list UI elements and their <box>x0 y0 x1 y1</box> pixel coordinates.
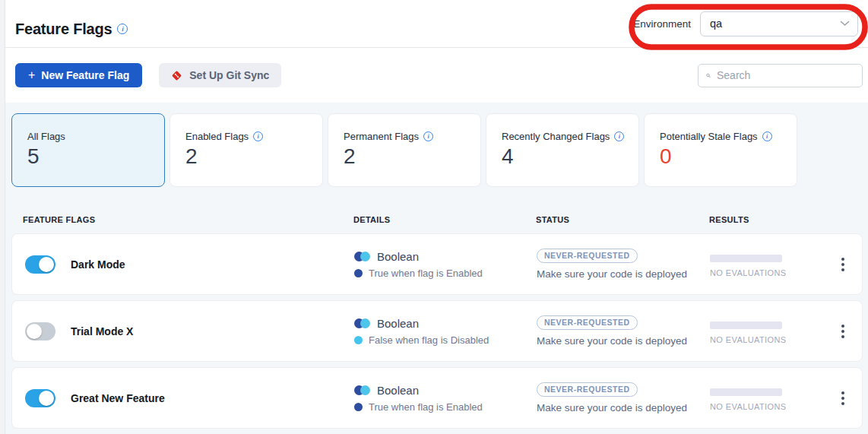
column-header-details: DETAILS <box>353 215 536 224</box>
table-header: FEATURE FLAGS DETAILS STATUS RESULTS <box>11 206 863 233</box>
flag-name[interactable]: Trial Mode X <box>71 325 133 337</box>
flag-name[interactable]: Dark Mode <box>71 258 125 271</box>
environment-dropdown[interactable]: qa <box>700 11 858 36</box>
boolean-type-icon <box>354 385 370 395</box>
feature-flags-page: Feature Flags Environment qa + New Featu… <box>0 0 868 434</box>
chevron-down-icon <box>840 21 850 27</box>
status-badge: NEVER-REQUESTED <box>537 315 638 330</box>
status-badge: NEVER-REQUESTED <box>537 249 638 263</box>
git-icon <box>171 70 182 81</box>
evaluations-label: NO EVALUATIONS <box>710 402 824 411</box>
stat-card-enabled-flags[interactable]: Enabled Flags 2 <box>169 113 323 187</box>
table-row: Trial Mode X Boolean False when flag is … <box>11 300 863 362</box>
evaluations-bar <box>710 388 782 396</box>
row-menu-kebab-icon[interactable] <box>837 320 849 343</box>
info-icon[interactable] <box>423 131 433 141</box>
flag-default-description: True when flag is Enabled <box>369 401 483 413</box>
value-dot-icon <box>354 403 363 411</box>
column-header-feature-flags: FEATURE FLAGS <box>11 215 353 224</box>
stat-label: All Flags <box>27 131 65 142</box>
stat-card-permanent-flags[interactable]: Permanent Flags 2 <box>328 113 481 187</box>
stat-value: 5 <box>27 144 164 169</box>
evaluations-label: NO EVALUATIONS <box>710 335 824 344</box>
column-header-status: STATUS <box>536 215 709 224</box>
stat-card-potentially-stale-flags[interactable]: Potentially Stale Flags 0 <box>644 113 797 187</box>
status-hint: Make sure your code is deployed <box>537 268 687 280</box>
info-icon[interactable] <box>762 131 772 141</box>
flag-toggle[interactable] <box>25 255 55 274</box>
stat-card-recently-changed-flags[interactable]: Recently Changed Flags 4 <box>486 113 639 187</box>
info-icon[interactable] <box>614 131 624 141</box>
status-hint: Make sure your code is deployed <box>537 335 687 347</box>
flag-toggle[interactable] <box>25 389 55 407</box>
boolean-type-icon <box>354 318 370 328</box>
stat-label: Enabled Flags <box>185 131 249 142</box>
new-feature-flag-button[interactable]: + New Feature Flag <box>15 63 142 87</box>
stat-label: Potentially Stale Flags <box>660 131 758 142</box>
stat-value: 4 <box>502 144 638 169</box>
row-menu-kebab-icon[interactable] <box>837 387 849 410</box>
environment-value: qa <box>710 17 722 30</box>
stat-label: Permanent Flags <box>344 131 419 142</box>
evaluations-bar <box>710 255 782 262</box>
plus-icon: + <box>28 69 35 81</box>
table-row: Dark Mode Boolean True when flag is Enab… <box>11 233 863 295</box>
value-dot-icon <box>354 336 363 344</box>
toolbar: + New Feature Flag Set Up Git Sync <box>5 48 868 103</box>
search-icon <box>706 70 711 81</box>
evaluations-bar <box>710 322 782 329</box>
info-icon[interactable] <box>117 24 128 34</box>
status-hint: Make sure your code is deployed <box>537 402 687 413</box>
environment-selector: Environment qa <box>633 11 861 36</box>
stat-card-all-flags[interactable]: All Flags 5 <box>11 113 165 187</box>
page-header: Feature Flags Environment qa <box>5 0 868 48</box>
flag-type: Boolean <box>377 250 419 263</box>
value-dot-icon <box>354 269 363 277</box>
flag-type: Boolean <box>377 317 419 330</box>
flag-default-description: False when flag is Disabled <box>369 334 489 346</box>
info-icon[interactable] <box>253 131 263 141</box>
flag-type: Boolean <box>377 384 419 397</box>
boolean-type-icon <box>354 252 370 261</box>
flag-toggle[interactable] <box>25 322 55 341</box>
search-box[interactable] <box>698 64 863 87</box>
main-content: Feature Flags Environment qa + New Featu… <box>5 0 868 434</box>
page-body: All Flags 5 Enabled Flags 2 Permanent Fl… <box>5 103 868 434</box>
collapsed-sidebar-edge <box>0 0 5 434</box>
evaluations-label: NO EVALUATIONS <box>710 268 824 277</box>
stat-value: 2 <box>185 144 322 169</box>
status-badge: NEVER-REQUESTED <box>537 382 638 397</box>
stat-value: 0 <box>660 144 797 169</box>
flag-name[interactable]: Great New Feature <box>71 392 165 404</box>
page-title: Feature Flags <box>15 21 112 38</box>
column-header-results: RESULTS <box>709 215 823 224</box>
stat-value: 2 <box>344 144 480 169</box>
set-up-git-sync-button[interactable]: Set Up Git Sync <box>159 63 281 87</box>
search-input[interactable] <box>717 69 854 81</box>
environment-label: Environment <box>633 18 691 30</box>
row-menu-kebab-icon[interactable] <box>837 253 849 276</box>
flag-default-description: True when flag is Enabled <box>369 268 483 279</box>
stat-cards: All Flags 5 Enabled Flags 2 Permanent Fl… <box>11 113 868 187</box>
table-row: Great New Feature Boolean True when flag… <box>11 367 863 429</box>
stat-label: Recently Changed Flags <box>502 131 610 142</box>
